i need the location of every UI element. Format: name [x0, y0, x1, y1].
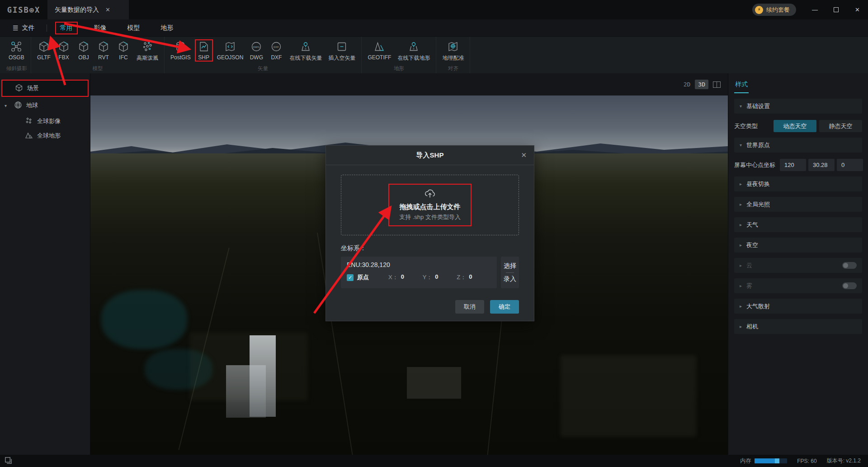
white-building — [226, 365, 266, 418]
manual-input-button[interactable]: 录入 — [504, 273, 516, 286]
toolbar-item-label: PostGIS — [170, 54, 191, 61]
menu-item-label: 模型 — [127, 24, 140, 31]
cube-icon — [78, 40, 90, 53]
toolbar-item[interactable]: FBX — [55, 39, 73, 62]
axis-value: Z： 0 — [457, 273, 491, 281]
toolbar-item[interactable]: RVT — [94, 39, 113, 62]
menu-item-label: 影像 — [94, 24, 107, 31]
minimize-button[interactable]: — — [804, 0, 826, 19]
toolbar-item[interactable]: PostGIS — [168, 39, 193, 62]
screen-center-label: 屏幕中心点坐标 — [734, 161, 775, 169]
confirm-button[interactable]: 确定 — [490, 300, 519, 314]
toolbar-item[interactable]: IFC — [114, 39, 132, 62]
tab-style[interactable]: 样式 — [734, 81, 749, 93]
section-label: 全局光照 — [746, 200, 770, 209]
scene-tree-item[interactable]: 全球地形 — [0, 129, 90, 143]
collapsible-section[interactable]: ▸ 全局光照 — [734, 197, 862, 212]
toolbar-group: PostGIS SHP GEOJSON DWG DWG DXF DX — [165, 37, 362, 73]
toolbar-item[interactable]: DWG DWG — [247, 39, 265, 62]
menu-item[interactable]: 常用 — [55, 22, 78, 34]
axis-label: Z： — [457, 273, 466, 281]
axis-number: 0 — [401, 273, 404, 281]
axis-label: Y： — [423, 273, 433, 281]
toolbar-item[interactable]: GEOTIFF — [365, 39, 393, 62]
menu-item[interactable]: 模型 — [123, 22, 145, 34]
square-minus-icon — [336, 40, 348, 53]
mode-3d-button[interactable]: 3D — [695, 80, 708, 89]
menu-item[interactable]: 影像 — [90, 22, 111, 34]
collapsible-section[interactable]: ▸ 雾 — [734, 278, 862, 293]
toolbar-item-label: FBX — [58, 54, 69, 61]
menu-file[interactable]: ☰ 文件 — [9, 24, 38, 32]
mode-2d-button[interactable]: 2D — [684, 81, 691, 88]
section-world-origin[interactable]: ▾ 世界原点 — [734, 138, 862, 152]
building-block — [407, 367, 461, 399]
menu-item[interactable]: 地形 — [156, 22, 178, 34]
toolbar-item[interactable]: OBJ — [75, 39, 93, 62]
toolbar-item[interactable]: 在线下载地形 — [395, 39, 432, 63]
scene-tree-item[interactable]: 全球影像 — [0, 114, 90, 129]
collapsible-section[interactable]: ▸ 大气散射 — [734, 299, 862, 314]
upload-dropzone-content: 拖拽或点击上传文件 支持 .shp 文件类型导入 — [388, 184, 472, 226]
collapsible-section[interactable]: ▸ 天气 — [734, 217, 862, 232]
titlebar: GISB⊕X 矢量数据的导入 ✕ ⚡ 续约套餐 — ✕ — [0, 0, 868, 19]
origin-checkbox[interactable]: ✓ — [347, 274, 354, 281]
close-button[interactable]: ✕ — [847, 0, 868, 19]
tab-vector-import[interactable]: 矢量数据的导入 ✕ — [47, 0, 129, 19]
collapsible-section[interactable]: ▸ 昼夜切换 — [734, 176, 862, 191]
chevron-down-icon: ▾ — [740, 143, 742, 148]
imagery-icon — [25, 117, 33, 126]
tab-close-icon[interactable]: ✕ — [105, 6, 110, 13]
toggle-switch[interactable] — [842, 282, 857, 289]
section-base-settings[interactable]: ▾ 基础设置 — [734, 99, 862, 114]
select-button[interactable]: 选择 — [504, 260, 516, 272]
dialog-title: 导入SHP — [416, 151, 444, 160]
cancel-button[interactable]: 取消 — [455, 300, 484, 314]
cube-icon — [38, 40, 50, 53]
dialog-close-icon[interactable]: ✕ — [521, 151, 527, 159]
center-coordinate-input[interactable]: 30.28 — [808, 159, 835, 171]
globe-icon — [14, 101, 22, 110]
import-shp-dialog: 导入SHP ✕ 拖拽或点击上传文件 支持 .shp 文件类型导入 坐标系： EN… — [326, 145, 534, 321]
split-view-icon[interactable] — [713, 81, 721, 88]
toggle-switch[interactable] — [842, 262, 857, 269]
dialog-footer: 取消 确定 — [341, 300, 519, 314]
toolbar-item-label: IFC — [119, 54, 127, 61]
statusbar: 内存 FPS: 60 版本号: v2.1.2 — [0, 455, 868, 467]
renew-plan-button[interactable]: ⚡ 续约套餐 — [752, 4, 796, 16]
scene-tree-item[interactable]: ▾ 地球 — [0, 97, 90, 114]
cube-icon — [118, 40, 129, 53]
terrain-icon — [25, 131, 33, 141]
toolbar-item[interactable]: 在线下载矢量 — [287, 39, 324, 63]
svg-text:DWG: DWG — [253, 46, 260, 48]
center-coordinate-input[interactable]: 120 — [780, 159, 806, 171]
toolbar-item[interactable]: SHP — [195, 39, 213, 62]
lightning-icon: ⚡ — [755, 6, 763, 14]
center-coordinate-input[interactable]: 0 — [837, 159, 863, 171]
collapsible-section[interactable]: ▸ 夜空 — [734, 238, 862, 253]
upload-filetype-hint: 支持 .shp 文件类型导入 — [399, 213, 461, 221]
sky-type-button[interactable]: 动态天空 — [774, 120, 816, 132]
upload-dropzone[interactable]: 拖拽或点击上传文件 支持 .shp 文件类型导入 — [341, 175, 519, 235]
toolbar-item[interactable]: 高斯泼溅 — [134, 39, 160, 63]
toolbar-item[interactable]: DXF DXF — [267, 39, 285, 62]
upload-instruction: 拖拽或点击上传文件 — [399, 203, 461, 211]
toolbar-item[interactable]: OSGB — [6, 39, 27, 62]
maximize-button[interactable] — [826, 0, 847, 19]
toolbar-item[interactable]: GLTF — [35, 39, 53, 62]
toolbar-item[interactable]: 地理配准 — [440, 39, 466, 63]
scene-tree-item[interactable]: 场景 — [1, 80, 89, 97]
chevron-right-icon: ▸ — [740, 283, 742, 288]
menu-file-label: 文件 — [22, 24, 35, 32]
collapsible-section[interactable]: ▸ 云 — [734, 258, 862, 273]
toolbar-item[interactable]: GEOJSON — [215, 39, 246, 62]
sky-type-button[interactable]: 静态天空 — [819, 120, 862, 132]
menu-items: 常用影像模型地形 — [55, 22, 178, 34]
expander-arrow-icon[interactable]: ▾ — [5, 103, 10, 108]
console-icon[interactable] — [5, 457, 12, 466]
hamburger-icon: ☰ — [13, 24, 19, 32]
toolbar-item[interactable]: 插入空矢量 — [326, 39, 358, 63]
map-pin-icon — [408, 40, 420, 53]
map-code-icon — [224, 40, 236, 53]
collapsible-section[interactable]: ▸ 相机 — [734, 319, 862, 334]
